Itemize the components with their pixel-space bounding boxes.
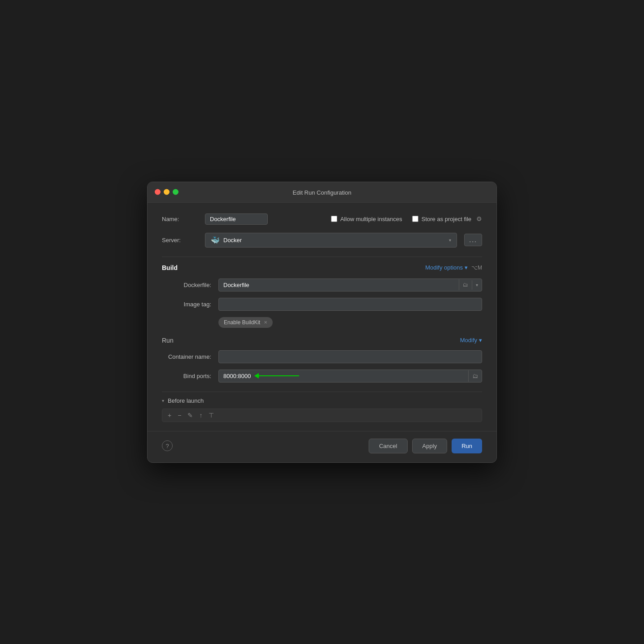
before-launch-chevron-icon[interactable]: ▾	[162, 398, 164, 403]
server-more-button[interactable]: ...	[464, 234, 482, 246]
divider	[162, 257, 482, 257]
chevron-down-icon: ▾	[479, 337, 482, 344]
shortcut-label: ⌥M	[471, 265, 482, 271]
buildkit-close-button[interactable]: ×	[264, 319, 267, 325]
remove-icon[interactable]: −	[178, 412, 181, 419]
docker-icon: 🐳	[211, 236, 220, 244]
image-tag-input-wrap	[218, 298, 482, 311]
gear-icon[interactable]: ⚙	[476, 215, 482, 222]
image-tag-input[interactable]	[219, 298, 482, 310]
allow-multiple-label: Allow multiple instances	[340, 216, 402, 222]
dockerfile-input[interactable]	[219, 279, 459, 291]
move-up-icon[interactable]: ↑	[199, 412, 202, 419]
bind-ports-label: Bind ports:	[162, 373, 211, 379]
dockerfile-label: Dockerfile:	[162, 282, 211, 288]
add-icon[interactable]: +	[168, 412, 171, 419]
dockerfile-input-wrap: 🗂 ▾	[218, 278, 482, 292]
checkbox-group: Allow multiple instances Store as projec…	[331, 215, 482, 222]
container-name-row: Container name:	[162, 350, 482, 363]
modify-options-button[interactable]: Modify options ▾ ⌥M	[425, 264, 482, 271]
server-dropdown[interactable]: 🐳 Docker ▾	[205, 233, 457, 248]
bind-ports-folder-button[interactable]: 🗂	[468, 370, 482, 382]
before-launch-title: Before launch	[168, 397, 204, 404]
server-row: Server: 🐳 Docker ▾ ...	[162, 233, 482, 248]
apply-button[interactable]: Apply	[412, 439, 448, 453]
dialog-title: Edit Run Configuration	[293, 189, 352, 196]
modify-options-label: Modify options	[425, 264, 463, 271]
buildkit-label: Enable BuildKit	[224, 319, 260, 326]
name-label: Name:	[162, 216, 198, 222]
modify-label: Modify	[460, 337, 477, 344]
before-launch-toolbar: + − ✎ ↑ ⊤	[162, 409, 482, 422]
store-project-checkbox[interactable]	[412, 216, 418, 222]
allow-multiple-checkbox[interactable]	[331, 216, 337, 222]
buildkit-tag-row: Enable BuildKit ×	[218, 317, 482, 328]
run-header: Run Modify ▾	[162, 337, 482, 344]
cancel-button[interactable]: Cancel	[369, 439, 407, 453]
footer: ? Cancel Apply Run	[148, 431, 496, 462]
dialog-body: Name: Allow multiple instances Store as …	[148, 203, 496, 431]
server-name: Docker	[223, 237, 445, 244]
traffic-lights	[155, 189, 178, 195]
run-button[interactable]: Run	[452, 439, 482, 453]
allow-multiple-item: Allow multiple instances	[331, 216, 402, 222]
container-name-label: Container name:	[162, 353, 211, 360]
close-button[interactable]	[155, 189, 161, 195]
run-title: Run	[162, 337, 174, 344]
run-section: Run Modify ▾ Container name: Bind ports:	[162, 337, 482, 383]
container-name-input-wrap	[218, 350, 482, 363]
minimize-button[interactable]	[164, 189, 170, 195]
dockerfile-row: Dockerfile: 🗂 ▾	[162, 278, 482, 292]
build-section-header: Build Modify options ▾ ⌥M	[162, 264, 482, 271]
footer-buttons: Cancel Apply Run	[369, 439, 482, 453]
modify-run-button[interactable]: Modify ▾	[460, 337, 482, 344]
help-button[interactable]: ?	[162, 440, 173, 451]
server-label: Server:	[162, 237, 198, 244]
store-project-label: Store as project file	[422, 216, 471, 222]
image-tag-row: Image tag:	[162, 298, 482, 311]
before-launch-header: ▾ Before launch	[162, 397, 482, 404]
bind-ports-input-wrap: 🗂	[218, 370, 482, 383]
build-title: Build	[162, 264, 178, 271]
maximize-button[interactable]	[173, 189, 178, 195]
store-project-item: Store as project file ⚙	[412, 215, 482, 222]
sort-icon[interactable]: ⊤	[209, 412, 214, 419]
container-name-input[interactable]	[219, 351, 482, 363]
name-row: Name: Allow multiple instances Store as …	[162, 213, 482, 225]
edit-run-configuration-dialog: Edit Run Configuration Name: Allow multi…	[147, 182, 497, 463]
chevron-down-icon: ▾	[465, 264, 468, 271]
buildkit-tag: Enable BuildKit ×	[218, 317, 273, 328]
chevron-down-icon: ▾	[449, 238, 451, 243]
dockerfile-folder-button[interactable]: 🗂	[459, 279, 472, 290]
before-launch-section: ▾ Before launch + − ✎ ↑ ⊤	[162, 392, 482, 422]
name-input[interactable]	[205, 213, 268, 225]
edit-icon[interactable]: ✎	[187, 412, 193, 419]
image-tag-label: Image tag:	[162, 301, 211, 308]
bind-ports-input[interactable]	[219, 370, 468, 382]
titlebar: Edit Run Configuration	[148, 182, 496, 203]
dockerfile-chevron-button[interactable]: ▾	[472, 280, 482, 290]
bind-ports-row: Bind ports: 🗂	[162, 370, 482, 383]
